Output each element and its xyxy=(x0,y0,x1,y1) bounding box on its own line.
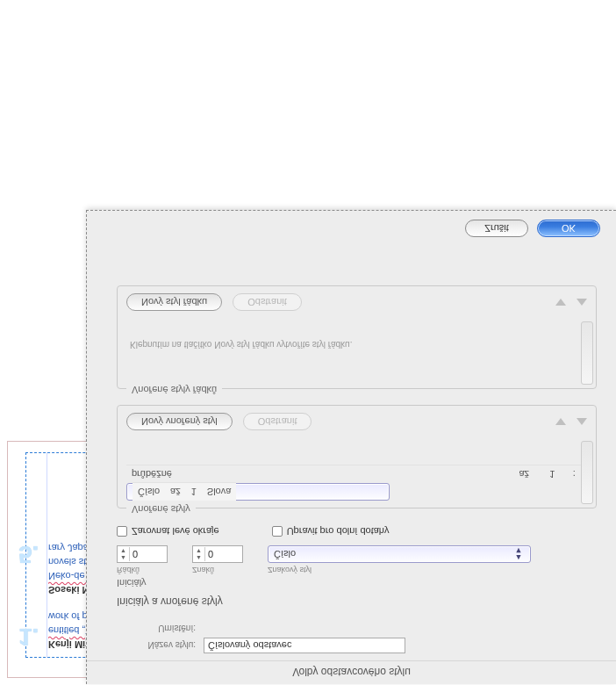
dialog-title: Volby odstavcového stylu xyxy=(87,660,616,684)
chars-input[interactable] xyxy=(205,547,239,561)
scrollbar[interactable] xyxy=(581,321,593,385)
checkbox-box xyxy=(272,526,283,537)
table-row[interactable]: průběžné až 1 : xyxy=(126,465,587,484)
rows-input[interactable] xyxy=(130,547,163,561)
rows-step-down[interactable]: ▼ xyxy=(118,547,129,554)
chars-label: Znaků xyxy=(192,566,243,574)
rows-label: Řádků xyxy=(117,566,168,574)
nested-styles-buttons: Nový vnořený styl Odstranit xyxy=(126,413,587,430)
nested-styles-group: Vnořené styly Číslo až 1 Slova průběžné … xyxy=(117,405,597,508)
dialog-footer: Zrušit OK xyxy=(465,220,600,237)
chars-step-up[interactable]: ▲ xyxy=(193,554,204,561)
rows-stepper[interactable]: ▲▼ xyxy=(117,545,168,563)
chars-stepper[interactable]: ▲▼ xyxy=(192,545,243,563)
dropcap-controls-row: Řádků ▲▼ Znaků ▲▼ Znakový styl Číslo ▲▼ xyxy=(87,544,616,576)
subsection-dropcaps: Iniciály xyxy=(87,576,616,594)
new-nested-style-button[interactable]: Nový vnořený styl xyxy=(126,413,233,430)
paragraph-style-options-dialog: Volby odstavcového stylu Název stylu: Um… xyxy=(86,210,616,684)
rows-step-up[interactable]: ▲ xyxy=(118,554,129,561)
move-up-icon[interactable] xyxy=(577,418,587,425)
chars-step-down[interactable]: ▼ xyxy=(193,547,204,554)
nested-style-count: 1 xyxy=(186,483,202,501)
checkbox-row: Zarovnat levé okraje Upravit pro dolní d… xyxy=(87,524,616,544)
cancel-button[interactable]: Zrušit xyxy=(465,220,528,237)
scale-for-descenders-label: Upravit pro dolní dotahy xyxy=(287,526,390,537)
updown-icon: ▲▼ xyxy=(512,547,525,561)
charstyle-label: Znakový styl xyxy=(268,566,597,574)
location-label: Umístění: xyxy=(117,624,196,633)
ok-button[interactable]: OK xyxy=(537,220,600,237)
align-left-edges-checkbox[interactable]: Zarovnat levé okraje xyxy=(117,526,219,537)
nested-line-styles-legend: Vnořené styly řádků xyxy=(126,385,222,395)
nested-style-count: 1 xyxy=(544,465,568,484)
scrollbar[interactable] xyxy=(581,441,593,504)
table-row[interactable]: Číslo až 1 Slova xyxy=(126,483,390,501)
align-left-edges-label: Zarovnat levé okraje xyxy=(132,526,219,537)
delete-line-style-button: Odstranit xyxy=(233,293,302,311)
chars-col: Znaků ▲▼ xyxy=(192,545,243,574)
delete-nested-style-button: Odstranit xyxy=(243,413,312,430)
nested-style-through: až xyxy=(165,483,186,501)
charstyle-col: Znakový styl Číslo ▲▼ xyxy=(268,545,597,574)
style-name-input[interactable] xyxy=(204,638,405,653)
style-name-label: Název stylu: xyxy=(117,640,196,650)
nested-line-styles-buttons: Nový styl řádku Odstranit xyxy=(126,293,587,311)
nested-line-styles-hint: Klepnutím na tlačítko Nový styl řádku vy… xyxy=(126,335,587,381)
charstyle-value: Číslo xyxy=(274,549,512,559)
move-down-icon[interactable] xyxy=(555,299,566,306)
move-down-icon[interactable] xyxy=(555,418,566,425)
style-name-row: Název stylu: xyxy=(87,634,616,660)
nested-style-through: až xyxy=(513,465,544,484)
nested-line-styles-group: Vnořené styly řádků Klepnutím na tlačítk… xyxy=(117,285,597,389)
location-row: Umístění: xyxy=(87,620,616,634)
rows-col: Řádků ▲▼ xyxy=(117,545,168,574)
nested-style-unit: Slova xyxy=(202,483,237,501)
nested-style-name: Číslo xyxy=(133,483,165,501)
nested-style-name: průběžné xyxy=(126,465,513,484)
move-up-icon[interactable] xyxy=(577,299,587,306)
checkbox-box xyxy=(117,526,127,537)
section-dropcaps-nested: Iniciály a vnořené styly xyxy=(87,594,616,620)
charstyle-select[interactable]: Číslo ▲▼ xyxy=(268,545,531,563)
nested-styles-legend: Vnořené styly xyxy=(126,504,196,515)
nested-styles-table: Číslo až 1 Slova průběžné až 1 : xyxy=(126,465,587,501)
scale-for-descenders-checkbox[interactable]: Upravit pro dolní dotahy xyxy=(272,526,390,537)
new-line-style-button[interactable]: Nový styl řádku xyxy=(126,293,222,311)
